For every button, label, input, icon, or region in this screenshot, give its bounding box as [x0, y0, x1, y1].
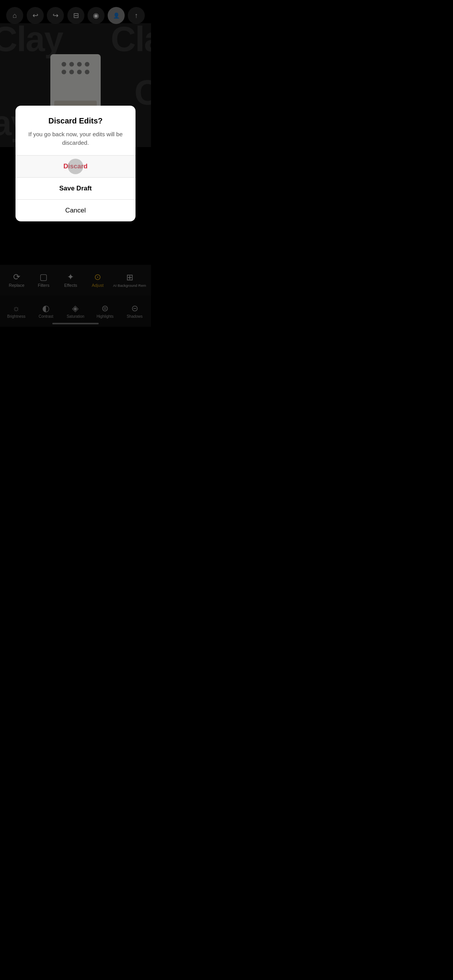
save-draft-button[interactable]: Save Draft — [15, 178, 136, 199]
modal-backdrop[interactable]: Discard Edits? If you go back now, your … — [0, 0, 151, 327]
cancel-button[interactable]: Cancel — [15, 200, 136, 221]
modal-discard-wrapper: Discard — [15, 156, 136, 177]
modal-title: Discard Edits? — [25, 117, 126, 125]
modal-dialog: Discard Edits? If you go back now, your … — [15, 106, 136, 221]
modal-message: If you go back now, your edits will be d… — [25, 130, 126, 147]
discard-button[interactable]: Discard — [15, 156, 136, 177]
modal-content: Discard Edits? If you go back now, your … — [15, 106, 136, 155]
